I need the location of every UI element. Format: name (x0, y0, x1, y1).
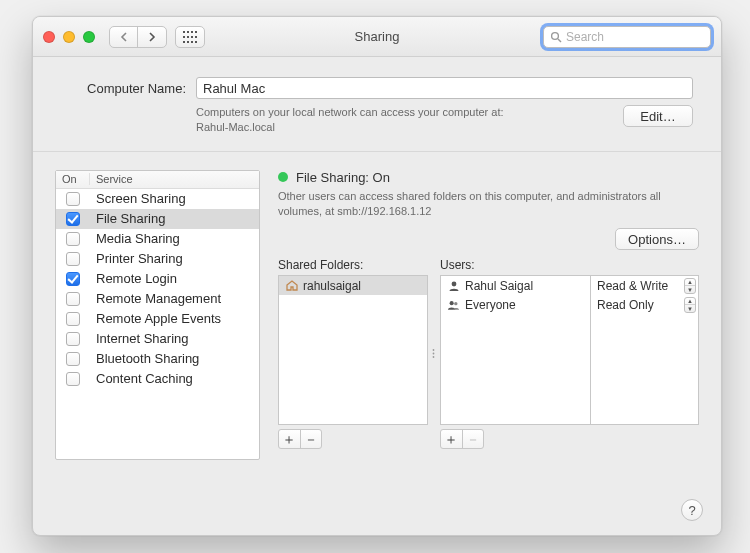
svg-rect-11 (195, 41, 197, 43)
service-checkbox[interactable] (66, 312, 80, 326)
svg-rect-5 (187, 36, 189, 38)
nav-back-forward (109, 26, 167, 48)
service-checkbox[interactable] (66, 272, 80, 286)
services-body: Screen SharingFile SharingMedia SharingP… (56, 189, 259, 459)
search-input[interactable] (566, 30, 704, 44)
add-shared-folder-button[interactable]: ＋ (279, 430, 301, 448)
sharing-prefpane-window: Sharing Computer Name: Rahul Mac Compute… (32, 16, 722, 536)
service-row[interactable]: File Sharing (56, 209, 259, 229)
service-row[interactable]: Remote Management (56, 289, 259, 309)
computer-name-value: Rahul Mac (203, 81, 265, 96)
shared-folders-addremove: ＋ － (278, 429, 322, 449)
service-checkbox[interactable] (66, 292, 80, 306)
shared-folder-label: rahulsaigal (303, 279, 361, 293)
service-checkbox[interactable] (66, 372, 80, 386)
remove-user-button: － (463, 430, 484, 448)
titlebar: Sharing (33, 17, 721, 57)
computer-name-desc-line1: Computers on your local network can acce… (196, 106, 504, 118)
service-checkbox[interactable] (66, 192, 80, 206)
service-row[interactable]: Media Sharing (56, 229, 259, 249)
status-description: Other users can access shared folders on… (278, 189, 699, 219)
grid-icon (183, 31, 197, 43)
svg-point-16 (433, 356, 435, 358)
chevron-left-icon (120, 32, 128, 42)
users-label: Users: (440, 258, 699, 272)
svg-rect-3 (195, 31, 197, 33)
home-folder-icon (285, 279, 298, 292)
users-list[interactable]: Rahul SaigalEveryone (440, 275, 591, 425)
permission-select[interactable]: Read & Write▲▼ (591, 276, 698, 295)
computer-name-label: Computer Name: (61, 81, 186, 96)
chevron-right-icon (148, 32, 156, 42)
search-icon (550, 31, 562, 43)
shared-folder-item[interactable]: rahulsaigal (279, 276, 427, 295)
svg-point-15 (433, 353, 435, 355)
services-table: On Service Screen SharingFile SharingMed… (55, 170, 260, 460)
shared-folders-list[interactable]: rahulsaigal (278, 275, 428, 425)
svg-rect-1 (187, 31, 189, 33)
service-label: Internet Sharing (90, 331, 189, 346)
edit-hostname-button[interactable]: Edit… (623, 105, 693, 127)
svg-point-19 (454, 302, 457, 305)
svg-line-13 (558, 39, 561, 42)
service-row[interactable]: Content Caching (56, 369, 259, 389)
minimize-window-button[interactable] (63, 31, 75, 43)
permission-stepper-icon[interactable]: ▲▼ (684, 297, 696, 313)
help-button[interactable]: ? (681, 499, 703, 521)
service-checkbox[interactable] (66, 212, 80, 226)
computer-name-field[interactable]: Rahul Mac (196, 77, 693, 99)
service-checkbox[interactable] (66, 352, 80, 366)
service-label: Remote Apple Events (90, 311, 221, 326)
sharing-lists: Shared Folders: rahulsaigal ＋ － Users: (278, 258, 699, 449)
service-label: Printer Sharing (90, 251, 183, 266)
computer-name-description: Computers on your local network can acce… (196, 105, 613, 135)
svg-rect-9 (187, 41, 189, 43)
service-label: Media Sharing (90, 231, 180, 246)
search-field-container[interactable] (543, 26, 711, 48)
service-checkbox[interactable] (66, 252, 80, 266)
user-item[interactable]: Rahul Saigal (441, 276, 590, 295)
users-addremove: ＋ － (440, 429, 484, 449)
user-item[interactable]: Everyone (441, 295, 590, 314)
service-row[interactable]: Screen Sharing (56, 189, 259, 209)
service-row[interactable]: Internet Sharing (56, 329, 259, 349)
computer-name-section: Computer Name: Rahul Mac Computers on yo… (33, 57, 721, 152)
permissions-list: Read & Write▲▼Read Only▲▼ (591, 275, 699, 425)
close-window-button[interactable] (43, 31, 55, 43)
svg-point-18 (450, 301, 454, 305)
permission-label: Read Only (597, 298, 654, 312)
list-resize-handle-icon[interactable] (431, 346, 436, 355)
back-button[interactable] (110, 27, 138, 47)
service-row[interactable]: Printer Sharing (56, 249, 259, 269)
service-checkbox[interactable] (66, 232, 80, 246)
service-label: Bluetooth Sharing (90, 351, 199, 366)
status-indicator-icon (278, 172, 288, 182)
status-title: File Sharing: On (296, 170, 390, 185)
service-checkbox[interactable] (66, 332, 80, 346)
svg-point-17 (451, 281, 456, 286)
permission-select[interactable]: Read Only▲▼ (591, 295, 698, 314)
services-col-service[interactable]: Service (90, 173, 259, 185)
service-label: Remote Login (90, 271, 177, 286)
service-row[interactable]: Remote Login (56, 269, 259, 289)
service-label: Screen Sharing (90, 191, 186, 206)
computer-name-desc-line2: Rahul-Mac.local (196, 121, 275, 133)
zoom-window-button[interactable] (83, 31, 95, 43)
svg-rect-6 (191, 36, 193, 38)
permission-label: Read & Write (597, 279, 668, 293)
forward-button[interactable] (138, 27, 166, 47)
service-label: Remote Management (90, 291, 221, 306)
svg-rect-4 (183, 36, 185, 38)
show-all-prefs-button[interactable] (175, 26, 205, 48)
main-content: On Service Screen SharingFile SharingMed… (33, 152, 721, 535)
add-user-button[interactable]: ＋ (441, 430, 463, 448)
services-col-on[interactable]: On (56, 173, 90, 185)
options-button[interactable]: Options… (615, 228, 699, 250)
remove-shared-folder-button[interactable]: － (301, 430, 322, 448)
service-row[interactable]: Bluetooth Sharing (56, 349, 259, 369)
svg-point-12 (552, 32, 559, 39)
service-row[interactable]: Remote Apple Events (56, 309, 259, 329)
window-controls (43, 31, 95, 43)
permission-stepper-icon[interactable]: ▲▼ (684, 278, 696, 294)
svg-rect-10 (191, 41, 193, 43)
